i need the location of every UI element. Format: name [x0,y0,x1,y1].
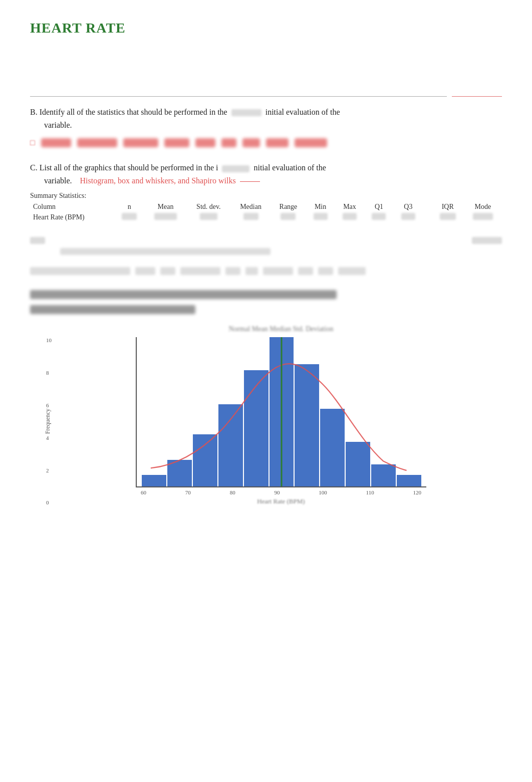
section-b: B. Identify all of the statistics that s… [30,106,502,147]
pill-2 [77,138,117,147]
pill-5 [195,138,215,147]
row-stddev [186,212,230,223]
section-b-text-start: B. Identify all of the statistics that s… [30,108,227,116]
col-header-max: Max [335,202,364,212]
col-header-q1: Q1 [364,202,393,212]
pill-9 [295,138,327,147]
x-axis-title: Heart Rate (BPM) [60,497,502,505]
y-label-8: 8 [46,370,52,376]
bar-10 [371,337,396,486]
divider-line-right [452,96,502,97]
col-header-iqr: IQR [432,202,464,212]
col-header-blank [423,202,432,212]
pill-6 [221,138,236,147]
y-label-10: 10 [46,337,52,343]
row-range [271,212,306,223]
pill-8 [266,138,289,147]
section-c-underline [240,181,260,182]
chart-title: Normal Mean Median Std. Deviation [60,325,502,333]
histogram-container [136,337,426,487]
pill-4 [164,138,189,147]
pill-1 [41,138,71,147]
row-min [306,212,335,223]
y-label-6: 6 [46,402,52,408]
bar-3 [193,337,217,486]
stats-table-row: Heart Rate (BPM) [30,212,502,223]
row-label: Heart Rate (BPM) [30,212,114,223]
blurred-table-row-2 [30,267,502,275]
bar-7 [295,337,319,486]
row-mean [145,212,186,223]
blurred-subsection-1 [30,232,502,257]
page-title: HEART RATE [30,20,502,36]
row-max [335,212,364,223]
bar-6-tallest [270,337,294,486]
section-b-text-end: initial evaluation of the [265,108,340,116]
section-c-blank [222,165,249,172]
section-d: Normal Mean Median Std. Deviation Freque… [30,290,502,505]
histogram-area: Frequency 10 8 6 4 2 0 [60,337,502,505]
row-mode [464,212,502,223]
bar-11 [397,337,421,486]
divider-area [30,96,502,97]
col-header-column: Column [30,202,114,212]
col-header-mode: Mode [464,202,502,212]
section-c-variable: variable. [44,176,72,185]
col-header-range: Range [271,202,306,212]
bar-9 [346,337,370,486]
histogram-bars [137,337,426,486]
summary-stats-title: Summary Statistics: [30,192,502,200]
x-label-60: 60 [141,489,146,495]
bar-8 [320,337,345,486]
col-header-mean: Mean [145,202,186,212]
x-axis-labels: 60 70 80 90 100 110 120 [136,489,426,495]
x-label-80: 80 [230,489,235,495]
section-c: C. List all of the graphics that should … [30,161,502,275]
y-label-4: 4 [46,435,52,441]
section-b-label: B. Identify all of the statistics that s… [30,106,502,131]
col-header-n: n [114,202,145,212]
y-label-2: 2 [46,467,52,473]
section-b-pills: □ [30,138,502,147]
col-header-stddev: Std. dev. [186,202,230,212]
x-label-100: 100 [319,489,327,495]
row-median [231,212,271,223]
row-n [114,212,145,223]
section-c-label: C. List all of the graphics that should … [30,161,502,187]
pill-7 [242,138,260,147]
green-median-line [281,337,282,486]
section-c-answer: Histogram, box and whiskers, and Shapiro… [80,176,236,185]
section-b-blank [231,109,261,116]
col-header-median: Median [231,202,271,212]
x-label-90: 90 [274,489,280,495]
section-c-text-cont: nitial evaluation of the [253,163,326,172]
x-label-70: 70 [185,489,191,495]
pill-3 [123,138,158,147]
y-label-0: 0 [46,499,52,505]
section-c-text-start: C. List all of the graphics that should … [30,163,218,172]
x-label-120: 120 [413,489,421,495]
x-label-110: 110 [366,489,374,495]
stats-table: Column n Mean Std. dev. Median Range Min… [30,202,502,223]
pill-check: □ [30,138,35,147]
bar-1 [142,337,166,486]
col-header-min: Min [306,202,335,212]
col-header-q3: Q3 [394,202,423,212]
bar-5 [244,337,269,486]
row-blank [423,212,432,223]
summary-statistics: Summary Statistics: Column n Mean Std. d… [30,192,502,223]
row-q3 [394,212,423,223]
divider-line-left [30,96,447,97]
section-b-variable: variable. [44,121,72,129]
row-q1 [364,212,393,223]
bar-4 [218,337,243,486]
stats-table-header-row: Column n Mean Std. dev. Median Range Min… [30,202,502,212]
bar-2 [167,337,192,486]
row-iqr [432,212,464,223]
